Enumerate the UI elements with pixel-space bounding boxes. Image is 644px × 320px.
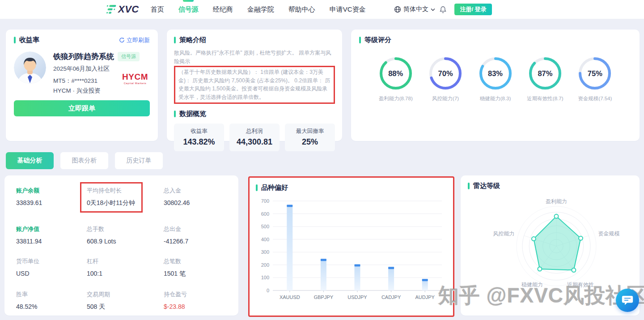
strategy-intro-text: 散风险。严格执行"永不扛单" 原则，杜绝亏损扩大。 跟单方案与风险揭示 bbox=[174, 49, 335, 65]
svg-text:500: 500 bbox=[261, 224, 269, 229]
svg-text:0: 0 bbox=[267, 288, 269, 293]
strategy-card-title: 策略介绍 bbox=[179, 36, 206, 44]
nav-item-brokers[interactable]: 经纪商 bbox=[213, 0, 233, 19]
stat-label: 总利润 bbox=[246, 128, 263, 135]
avatar bbox=[14, 51, 46, 84]
chat-bubble-icon bbox=[621, 294, 634, 306]
account-field: 交易周期508 天 bbox=[87, 290, 164, 311]
rating-card: 等级评分 88%盈利能力(8.78)70%风控能力(7)83%稳健能力(8.3)… bbox=[351, 30, 640, 141]
chat-button[interactable] bbox=[616, 289, 639, 312]
broker-name: HYCM · 兴业投资 bbox=[53, 87, 140, 95]
account-field-label: 总出金 bbox=[164, 225, 238, 233]
refresh-label: 立即刷新 bbox=[127, 36, 150, 44]
svg-text:300: 300 bbox=[261, 249, 269, 255]
symbol-preference-bar-chart: 0100200300400500600700XAUUSDGBPJPYUSDJPY… bbox=[256, 196, 445, 307]
account-field-value: 608.9 Lots bbox=[87, 238, 164, 245]
language-label: 简体中文 bbox=[403, 5, 428, 13]
strategy-risk-highlight-box: （基于十年历史数据最大风险）： 1倍跟单 (建议本金：3万美金)： 历史最大风险… bbox=[174, 66, 335, 103]
account-field-label: 持仓盈亏 bbox=[164, 290, 238, 299]
svg-text:400: 400 bbox=[261, 237, 269, 242]
account-field-value: 0天18小时11分钟 bbox=[87, 199, 135, 207]
svg-text:风控能力: 风控能力 bbox=[493, 230, 515, 237]
ring-label: 盈利能力(8.78) bbox=[371, 95, 420, 102]
nav-item-academy[interactable]: 金融学院 bbox=[247, 0, 274, 19]
tab-basic-analysis[interactable]: 基础分析 bbox=[6, 152, 54, 169]
account-field: 账户余额33839.61 bbox=[16, 187, 87, 213]
account-field-label: 总手数 bbox=[87, 225, 164, 233]
nav-right: 简体中文 注册/ 登录 bbox=[394, 0, 492, 19]
signup-login-button[interactable]: 注册/ 登录 bbox=[454, 4, 492, 15]
account-info-grid: 账户余额33839.61平均持仓时长0天18小时11分钟总入金30802.46账… bbox=[4, 175, 238, 311]
account-info-card: 账户余额33839.61平均持仓时长0天18小时11分钟总入金30802.46账… bbox=[4, 175, 238, 316]
language-selector[interactable]: 简体中文 bbox=[394, 5, 435, 13]
account-field: 胜率48.52% bbox=[16, 290, 87, 311]
account-field-value: 100:1 bbox=[87, 270, 164, 277]
account-field-value: $-23.88 bbox=[164, 303, 238, 310]
ring-label: 风控能力(7) bbox=[420, 95, 470, 102]
account-field-label: 杠杆 bbox=[87, 257, 164, 265]
nav-item-home[interactable]: 首页 bbox=[151, 0, 164, 19]
tab-history-orders[interactable]: 历史订单 bbox=[115, 152, 163, 169]
account-field: 账户净值33811.94 bbox=[16, 225, 87, 245]
nav-menu: 首页 信号源 经纪商 金融学院 帮助中心 申请VC资金 bbox=[151, 0, 366, 19]
ring-percent: 75% bbox=[577, 56, 612, 91]
profit-card: 收益率 立即刷新 bbox=[6, 30, 158, 141]
account-field: 总入金30802.46 bbox=[164, 187, 238, 213]
refresh-link[interactable]: 立即刷新 bbox=[119, 36, 150, 44]
account-field: 总手数608.9 Lots bbox=[87, 225, 164, 245]
navbar: XVC 首页 信号源 经纪商 金融学院 帮助中心 申请VC资金 简体中文 bbox=[0, 0, 644, 19]
follow-now-button[interactable]: 立即跟单 bbox=[14, 100, 150, 116]
header-accent-bar bbox=[174, 37, 176, 43]
rating-ring: 88%盈利能力(8.78) bbox=[371, 56, 420, 102]
account-field-value: 30802.46 bbox=[164, 199, 238, 206]
ring-percent: 88% bbox=[378, 56, 413, 91]
account-field-label: 货币单位 bbox=[16, 257, 87, 265]
logo-text: XVC bbox=[118, 4, 139, 15]
signal-name: 铁狼列阵趋势系统 bbox=[53, 51, 114, 62]
tab-chart-analysis[interactable]: 图表分析 bbox=[60, 152, 108, 169]
svg-text:CADJPY: CADJPY bbox=[381, 294, 401, 300]
account-field-label: 账户净值 bbox=[16, 225, 87, 233]
signal-source-badge: 信号源 bbox=[118, 52, 140, 61]
nav-item-help[interactable]: 帮助中心 bbox=[288, 0, 315, 19]
fxvc-logo[interactable]: XVC bbox=[106, 4, 139, 15]
profit-card-header: 收益率 立即刷新 bbox=[14, 36, 150, 44]
svg-text:XAUUSD: XAUUSD bbox=[280, 294, 300, 300]
stat-value: 25% bbox=[302, 137, 318, 147]
svg-text:USDJPY: USDJPY bbox=[347, 294, 367, 300]
hycm-logo: HYCM Capital Markets bbox=[122, 73, 148, 85]
data-overview-title: 数据概览 bbox=[179, 110, 206, 118]
header-accent-bar bbox=[174, 111, 176, 117]
rating-ring: 75%资金规模(7.54) bbox=[570, 56, 620, 102]
stat-value: 143.82% bbox=[183, 137, 215, 147]
globe-icon bbox=[394, 6, 401, 13]
stat-value: 44,300.81 bbox=[237, 137, 272, 147]
rating-ring: 83%稳健能力(8.3) bbox=[470, 56, 520, 102]
rating-ring: 70%风控能力(7) bbox=[420, 56, 470, 102]
account-field-value: 1501 笔 bbox=[164, 270, 238, 278]
fxvc-logo-icon bbox=[106, 4, 118, 14]
analysis-tabs: 基础分析 图表分析 历史订单 bbox=[6, 152, 163, 169]
svg-text:100: 100 bbox=[261, 275, 269, 280]
account-field-label: 平均持仓时长 bbox=[87, 187, 135, 195]
account-field-label: 总入金 bbox=[164, 187, 238, 195]
nav-item-signals[interactable]: 信号源 bbox=[178, 0, 199, 19]
account-field-value: 33839.61 bbox=[16, 199, 87, 206]
account-field-value: USD bbox=[16, 270, 87, 277]
account-field-label: 账户余额 bbox=[16, 187, 87, 195]
ring-label: 近期有效性(8.7) bbox=[520, 95, 570, 102]
account-field: 总出金-41266.7 bbox=[164, 225, 238, 245]
account-field: 平均持仓时长0天18小时11分钟 bbox=[87, 187, 164, 213]
bell-icon[interactable] bbox=[440, 6, 446, 13]
symbol-preference-card: 品种偏好 0100200300400500600700XAUUSDGBPJPYU… bbox=[248, 176, 454, 317]
ring-percent: 70% bbox=[428, 56, 463, 91]
account-field: 货币单位USD bbox=[16, 257, 87, 278]
account-field-value: -41266.7 bbox=[164, 238, 238, 245]
account-field: 总笔数1501 笔 bbox=[164, 257, 238, 278]
nav-item-apply-funds[interactable]: 申请VC资金 bbox=[330, 0, 366, 19]
strategy-card-header: 策略介绍 bbox=[174, 36, 335, 44]
account-field-label: 交易周期 bbox=[87, 290, 164, 299]
account-field-value: 33811.94 bbox=[16, 238, 87, 245]
header-accent-bar bbox=[359, 37, 361, 43]
hycm-logo-text: HYCM bbox=[122, 73, 148, 81]
